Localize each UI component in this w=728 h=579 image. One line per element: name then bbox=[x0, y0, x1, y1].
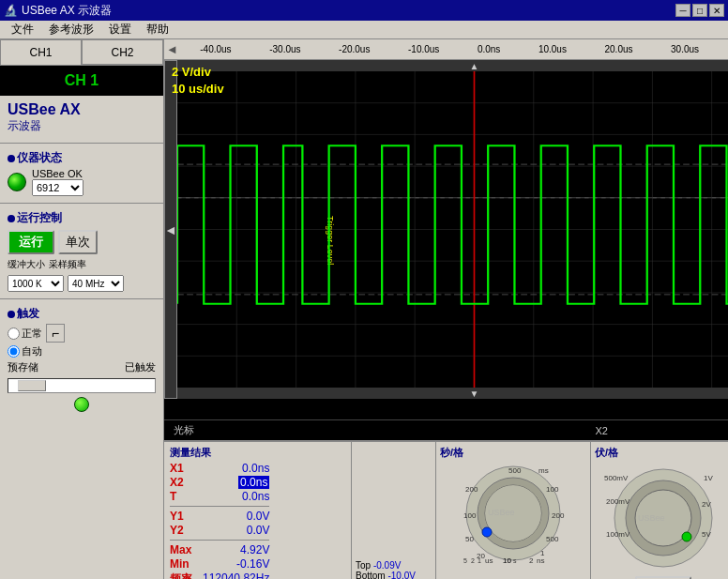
svg-text:50: 50 bbox=[465, 535, 474, 543]
tab-ch2[interactable]: CH2 bbox=[82, 39, 163, 65]
sample-label: 采样频率 bbox=[49, 258, 86, 271]
measurements-panel: 测量结果 X1 0.0ns X2 0.0ns T bbox=[164, 442, 352, 579]
meas-t: T 0.0ns bbox=[170, 490, 269, 503]
trigger-section-title: 触发 bbox=[8, 306, 156, 322]
buffer-select[interactable]: 1000 K bbox=[8, 275, 64, 292]
trigger-green-dot-container bbox=[8, 397, 156, 412]
vdiv-panel: 伏/格 500mV 200mV 100mV bbox=[591, 442, 728, 579]
svg-text:200: 200 bbox=[552, 511, 565, 520]
vdiv-knob-area[interactable]: 500mV 200mV 100mV 1V 2V 5V USBee bbox=[602, 462, 724, 574]
device-select[interactable]: 6912 bbox=[32, 179, 83, 196]
svg-text:200: 200 bbox=[465, 485, 478, 494]
run-controls: 运行 单次 bbox=[8, 230, 156, 254]
t-label-3: -10.0us bbox=[408, 44, 439, 54]
t-label-5: 10.0us bbox=[538, 44, 567, 54]
trigger-section: 触发 正常 ⌐ 自动 预存储 已触发 bbox=[0, 302, 163, 416]
channel-tabs: CH1 CH2 bbox=[0, 39, 163, 66]
triggered-label: 已触发 bbox=[125, 360, 156, 374]
nav-left[interactable]: ◄ bbox=[164, 60, 177, 399]
svg-text:1V: 1V bbox=[704, 474, 713, 482]
pretrig-label: 预存储 bbox=[8, 360, 38, 374]
vdiv-svg: 500mV 200mV 100mV 1V 2V 5V USBee bbox=[602, 462, 724, 574]
svg-text:500: 500 bbox=[546, 535, 559, 543]
svg-text:500: 500 bbox=[508, 466, 522, 475]
trigger-row-2: 自动 bbox=[8, 344, 156, 358]
left-panel: CH1 CH2 CH 1 USBee AX 示波器 仪器状态 USBee OK … bbox=[0, 39, 164, 579]
svg-text:2: 2 bbox=[471, 557, 475, 564]
waveform-area: ◄ ► ▲ ▼ Trigger Level 2 V/div 10 us/div … bbox=[164, 60, 728, 419]
t-label-6: 20.0us bbox=[604, 44, 632, 54]
close-button[interactable]: ✕ bbox=[709, 4, 724, 17]
trigger-normal-radio[interactable] bbox=[8, 328, 20, 340]
t-label-1: -30.0us bbox=[269, 44, 300, 54]
status-section-title: 仪器状态 bbox=[8, 150, 156, 166]
svg-text:10: 10 bbox=[503, 556, 511, 565]
status-col: USBee OK 6912 bbox=[32, 168, 83, 196]
title-bar: 🔬 USBee AX 示波器 ─ □ ✕ bbox=[0, 0, 728, 21]
svg-text:USBee: USBee bbox=[638, 513, 665, 523]
t-label-7: 30.0us bbox=[671, 44, 699, 54]
menu-help[interactable]: 帮助 bbox=[139, 22, 176, 38]
status-section: 仪器状态 USBee OK 6912 bbox=[0, 146, 163, 200]
svg-text:2: 2 bbox=[529, 556, 534, 565]
trigger-auto-label[interactable]: 自动 bbox=[8, 344, 42, 358]
svg-text:5: 5 bbox=[463, 557, 467, 564]
single-button[interactable]: 单次 bbox=[58, 230, 98, 254]
bottom-meas: Bottom -10.0V bbox=[356, 571, 432, 579]
volt-div-label: 2 V/div bbox=[172, 64, 224, 81]
trigger-normal-label[interactable]: 正常 bbox=[8, 327, 42, 341]
meas-y1: Y1 0.0V bbox=[170, 510, 269, 523]
x2-label[interactable]: X2 bbox=[463, 425, 729, 436]
maximize-button[interactable]: □ bbox=[692, 4, 707, 17]
svg-text:100: 100 bbox=[463, 511, 477, 520]
secdiv-title: 秒/格 bbox=[440, 446, 463, 460]
status-led bbox=[8, 173, 26, 191]
run-control-section: 运行控制 运行 单次 缓冲大小 采样频率 1000 K 40 MHz bbox=[0, 206, 163, 296]
time-div-label: 10 us/div bbox=[172, 81, 224, 98]
buffer-label: 缓冲大小 bbox=[8, 258, 45, 271]
trigger-icon: ⌐ bbox=[46, 324, 65, 343]
scroll-thumb[interactable] bbox=[18, 380, 46, 391]
param-row: 缓冲大小 采样频率 bbox=[8, 258, 156, 271]
waveform-svg bbox=[177, 71, 728, 388]
time-ruler: ◄ -40.0us -30.0us -20.0us -10.0us 0.0ns … bbox=[164, 39, 728, 60]
meas-extra: Top -0.09V Bottom -10.0V 周期 0.00001s bbox=[352, 442, 436, 579]
logo-area: USBee AX 示波器 bbox=[0, 96, 163, 140]
svg-text:100: 100 bbox=[546, 485, 559, 494]
minimize-button[interactable]: ─ bbox=[675, 4, 690, 17]
run-button[interactable]: 运行 bbox=[8, 230, 54, 254]
nav-top[interactable]: ▲ bbox=[177, 60, 728, 71]
t-label-4: 0.0ns bbox=[478, 44, 500, 54]
nav-bottom[interactable]: ▼ bbox=[177, 388, 728, 399]
svg-text:200mV: 200mV bbox=[606, 497, 630, 506]
trigger-auto-radio[interactable] bbox=[8, 345, 20, 358]
status-row: USBee OK 6912 bbox=[8, 168, 156, 196]
run-control-title: 运行控制 bbox=[8, 210, 156, 226]
top-meas: Top -0.09V bbox=[356, 560, 432, 571]
menu-refwaveform[interactable]: 参考波形 bbox=[41, 22, 101, 38]
trigger-scroll[interactable] bbox=[8, 378, 156, 393]
ruler-left-arrow[interactable]: ◄ bbox=[166, 42, 178, 56]
meas-x2: X2 0.0ns bbox=[170, 476, 269, 489]
logo-subtitle: 示波器 bbox=[8, 118, 156, 134]
status-text: USBee OK bbox=[32, 168, 83, 179]
menu-settings[interactable]: 设置 bbox=[101, 22, 139, 38]
svg-text:100mV: 100mV bbox=[606, 530, 630, 539]
cursor-label[interactable]: 光标 bbox=[164, 423, 463, 437]
secdiv-panel: 秒/格 500 200 100 bbox=[436, 442, 591, 579]
osc-bottom-bar: 光标 X2 关 关 bbox=[164, 419, 728, 440]
svg-text:2V: 2V bbox=[702, 500, 711, 509]
title-bar-left: 🔬 USBee AX 示波器 bbox=[4, 3, 112, 19]
svg-text:1: 1 bbox=[478, 557, 481, 564]
svg-text:s: s bbox=[513, 557, 517, 564]
tab-ch1[interactable]: CH1 bbox=[0, 39, 82, 65]
meas-min: Min -0.16V bbox=[170, 557, 269, 571]
measurements-title: 测量结果 bbox=[170, 446, 345, 460]
menu-file[interactable]: 文件 bbox=[4, 22, 41, 38]
svg-point-26 bbox=[482, 527, 492, 537]
secdiv-knob-container[interactable]: 500 200 100 50 20 10 10 ms 100 200 500 1… bbox=[462, 462, 565, 565]
pretrig-row: 预存储 已触发 bbox=[8, 360, 156, 374]
sample-select[interactable]: 40 MHz bbox=[68, 275, 124, 292]
t-label-0: -40.0us bbox=[200, 44, 231, 54]
waveform-info: 2 V/div 10 us/div bbox=[172, 64, 224, 98]
